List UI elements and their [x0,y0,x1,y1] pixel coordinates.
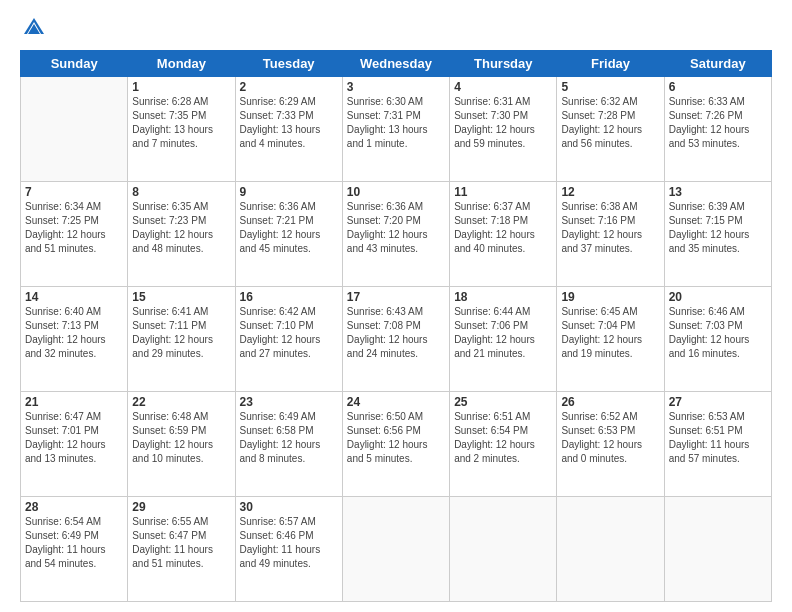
day-info: Sunrise: 6:52 AMSunset: 6:53 PMDaylight:… [561,410,659,466]
day-number: 8 [132,185,230,199]
day-info: Sunrise: 6:54 AMSunset: 6:49 PMDaylight:… [25,515,123,571]
day-number: 21 [25,395,123,409]
day-info: Sunrise: 6:42 AMSunset: 7:10 PMDaylight:… [240,305,338,361]
calendar-cell: 19Sunrise: 6:45 AMSunset: 7:04 PMDayligh… [557,287,664,392]
calendar-cell: 12Sunrise: 6:38 AMSunset: 7:16 PMDayligh… [557,182,664,287]
calendar-cell: 28Sunrise: 6:54 AMSunset: 6:49 PMDayligh… [21,497,128,602]
day-number: 10 [347,185,445,199]
weekday-header: Sunday [21,51,128,77]
day-info: Sunrise: 6:41 AMSunset: 7:11 PMDaylight:… [132,305,230,361]
weekday-header: Monday [128,51,235,77]
day-info: Sunrise: 6:33 AMSunset: 7:26 PMDaylight:… [669,95,767,151]
calendar-week-row: 7Sunrise: 6:34 AMSunset: 7:25 PMDaylight… [21,182,772,287]
day-number: 26 [561,395,659,409]
day-number: 3 [347,80,445,94]
day-info: Sunrise: 6:31 AMSunset: 7:30 PMDaylight:… [454,95,552,151]
calendar-cell: 2Sunrise: 6:29 AMSunset: 7:33 PMDaylight… [235,77,342,182]
day-number: 30 [240,500,338,514]
day-info: Sunrise: 6:57 AMSunset: 6:46 PMDaylight:… [240,515,338,571]
calendar-cell: 30Sunrise: 6:57 AMSunset: 6:46 PMDayligh… [235,497,342,602]
day-info: Sunrise: 6:45 AMSunset: 7:04 PMDaylight:… [561,305,659,361]
calendar-cell: 16Sunrise: 6:42 AMSunset: 7:10 PMDayligh… [235,287,342,392]
day-info: Sunrise: 6:51 AMSunset: 6:54 PMDaylight:… [454,410,552,466]
calendar-cell: 24Sunrise: 6:50 AMSunset: 6:56 PMDayligh… [342,392,449,497]
day-info: Sunrise: 6:47 AMSunset: 7:01 PMDaylight:… [25,410,123,466]
day-number: 9 [240,185,338,199]
day-number: 24 [347,395,445,409]
day-number: 18 [454,290,552,304]
day-info: Sunrise: 6:34 AMSunset: 7:25 PMDaylight:… [25,200,123,256]
day-number: 14 [25,290,123,304]
day-info: Sunrise: 6:49 AMSunset: 6:58 PMDaylight:… [240,410,338,466]
day-info: Sunrise: 6:37 AMSunset: 7:18 PMDaylight:… [454,200,552,256]
day-info: Sunrise: 6:29 AMSunset: 7:33 PMDaylight:… [240,95,338,151]
day-info: Sunrise: 6:44 AMSunset: 7:06 PMDaylight:… [454,305,552,361]
calendar-cell [557,497,664,602]
day-number: 19 [561,290,659,304]
day-info: Sunrise: 6:40 AMSunset: 7:13 PMDaylight:… [25,305,123,361]
calendar-cell: 13Sunrise: 6:39 AMSunset: 7:15 PMDayligh… [664,182,771,287]
day-info: Sunrise: 6:32 AMSunset: 7:28 PMDaylight:… [561,95,659,151]
day-number: 27 [669,395,767,409]
day-number: 13 [669,185,767,199]
calendar-cell: 7Sunrise: 6:34 AMSunset: 7:25 PMDaylight… [21,182,128,287]
calendar-cell: 20Sunrise: 6:46 AMSunset: 7:03 PMDayligh… [664,287,771,392]
day-number: 17 [347,290,445,304]
calendar-cell: 18Sunrise: 6:44 AMSunset: 7:06 PMDayligh… [450,287,557,392]
logo-icon [22,16,46,40]
calendar-cell: 14Sunrise: 6:40 AMSunset: 7:13 PMDayligh… [21,287,128,392]
day-number: 2 [240,80,338,94]
page: SundayMondayTuesdayWednesdayThursdayFrid… [0,0,792,612]
day-number: 11 [454,185,552,199]
header [20,16,772,40]
day-number: 4 [454,80,552,94]
weekday-header: Tuesday [235,51,342,77]
calendar-cell: 25Sunrise: 6:51 AMSunset: 6:54 PMDayligh… [450,392,557,497]
calendar-cell: 27Sunrise: 6:53 AMSunset: 6:51 PMDayligh… [664,392,771,497]
day-number: 1 [132,80,230,94]
calendar-cell: 1Sunrise: 6:28 AMSunset: 7:35 PMDaylight… [128,77,235,182]
day-info: Sunrise: 6:36 AMSunset: 7:21 PMDaylight:… [240,200,338,256]
day-number: 7 [25,185,123,199]
calendar-cell: 22Sunrise: 6:48 AMSunset: 6:59 PMDayligh… [128,392,235,497]
day-info: Sunrise: 6:43 AMSunset: 7:08 PMDaylight:… [347,305,445,361]
day-info: Sunrise: 6:55 AMSunset: 6:47 PMDaylight:… [132,515,230,571]
calendar-cell: 15Sunrise: 6:41 AMSunset: 7:11 PMDayligh… [128,287,235,392]
calendar: SundayMondayTuesdayWednesdayThursdayFrid… [20,50,772,602]
day-number: 15 [132,290,230,304]
weekday-header: Saturday [664,51,771,77]
calendar-cell: 17Sunrise: 6:43 AMSunset: 7:08 PMDayligh… [342,287,449,392]
weekday-header: Wednesday [342,51,449,77]
calendar-cell: 6Sunrise: 6:33 AMSunset: 7:26 PMDaylight… [664,77,771,182]
day-info: Sunrise: 6:53 AMSunset: 6:51 PMDaylight:… [669,410,767,466]
day-info: Sunrise: 6:30 AMSunset: 7:31 PMDaylight:… [347,95,445,151]
day-number: 16 [240,290,338,304]
day-number: 12 [561,185,659,199]
calendar-week-row: 21Sunrise: 6:47 AMSunset: 7:01 PMDayligh… [21,392,772,497]
day-number: 22 [132,395,230,409]
calendar-cell [450,497,557,602]
day-info: Sunrise: 6:35 AMSunset: 7:23 PMDaylight:… [132,200,230,256]
calendar-cell: 23Sunrise: 6:49 AMSunset: 6:58 PMDayligh… [235,392,342,497]
calendar-cell: 10Sunrise: 6:36 AMSunset: 7:20 PMDayligh… [342,182,449,287]
calendar-cell [664,497,771,602]
weekday-header: Friday [557,51,664,77]
day-info: Sunrise: 6:28 AMSunset: 7:35 PMDaylight:… [132,95,230,151]
calendar-cell: 21Sunrise: 6:47 AMSunset: 7:01 PMDayligh… [21,392,128,497]
day-number: 28 [25,500,123,514]
day-info: Sunrise: 6:46 AMSunset: 7:03 PMDaylight:… [669,305,767,361]
day-number: 20 [669,290,767,304]
calendar-week-row: 28Sunrise: 6:54 AMSunset: 6:49 PMDayligh… [21,497,772,602]
day-number: 6 [669,80,767,94]
calendar-header-row: SundayMondayTuesdayWednesdayThursdayFrid… [21,51,772,77]
calendar-cell: 3Sunrise: 6:30 AMSunset: 7:31 PMDaylight… [342,77,449,182]
day-number: 25 [454,395,552,409]
calendar-cell: 29Sunrise: 6:55 AMSunset: 6:47 PMDayligh… [128,497,235,602]
day-info: Sunrise: 6:50 AMSunset: 6:56 PMDaylight:… [347,410,445,466]
calendar-week-row: 1Sunrise: 6:28 AMSunset: 7:35 PMDaylight… [21,77,772,182]
day-info: Sunrise: 6:36 AMSunset: 7:20 PMDaylight:… [347,200,445,256]
day-info: Sunrise: 6:39 AMSunset: 7:15 PMDaylight:… [669,200,767,256]
day-number: 5 [561,80,659,94]
calendar-cell: 4Sunrise: 6:31 AMSunset: 7:30 PMDaylight… [450,77,557,182]
logo [20,16,46,40]
